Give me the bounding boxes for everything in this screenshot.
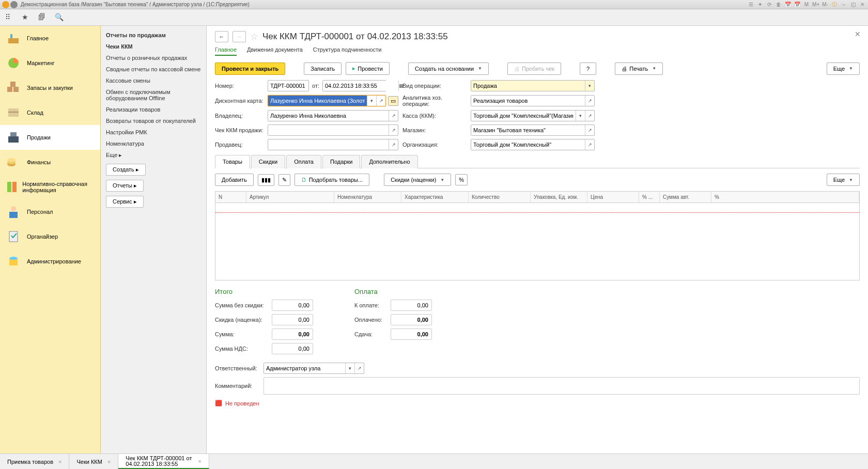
subnav-item[interactable]: Реализации товаров [106,106,201,113]
subnav-create-button[interactable]: Создать ▸ [106,164,146,176]
star-icon[interactable]: ★ [22,13,31,22]
open-icon[interactable]: ↗ [389,111,398,121]
help-button[interactable]: ? [580,62,596,75]
op-field[interactable] [471,81,585,91]
open-icon[interactable]: ↗ [389,139,398,150]
col-pct2[interactable]: % [711,192,859,202]
favorite-icon[interactable]: ☆ [250,31,258,42]
dropdown-icon[interactable]: ▾ [585,81,594,91]
post-close-button[interactable]: Провести и закрыть [215,62,285,75]
nav-reference[interactable]: Нормативно-справочная информация [0,175,100,199]
resp-field[interactable] [264,363,345,373]
nav-finance[interactable]: Финансы [0,150,100,175]
open-icon[interactable]: ↗ [585,111,594,121]
close-icon[interactable]: × [58,459,61,465]
print-button[interactable]: 🖨Печать▼ [615,62,663,75]
shop-field[interactable] [471,125,585,135]
tool-icon[interactable]: M [803,1,810,8]
info-icon[interactable]: ⓘ [831,1,838,8]
save-button[interactable]: Записать [304,62,342,75]
tool-icon[interactable]: M+ [812,1,819,8]
nav-warehouse[interactable]: Склад [0,100,100,125]
subnav-item[interactable]: Чеки ККМ [106,43,201,50]
subnav-item[interactable]: Номенклатура [106,140,201,147]
percent-icon[interactable]: % [455,174,468,185]
number-field[interactable] [268,80,309,91]
more-button[interactable]: Еще▼ [827,62,860,75]
tab-main[interactable]: Главное [215,46,237,56]
punch-button[interactable]: 🖨Пробить чек [507,62,561,75]
open-icon[interactable]: ↗ [376,96,385,106]
post-button[interactable]: ▸Провести [346,62,390,75]
nav-personnel[interactable]: Персонал [0,199,100,224]
table-more-button[interactable]: Еще▼ [827,174,860,186]
clipboard-icon[interactable]: 🗐 [38,13,48,22]
dropdown-icon[interactable] [10,1,18,8]
col-price[interactable]: Цена [587,192,639,202]
back-button[interactable]: ← [215,31,228,42]
nav-main[interactable]: Главное [0,26,100,51]
tab-movements[interactable]: Движения документа [247,46,303,56]
tab-gifts[interactable]: Подарки [322,155,360,168]
subnav-item[interactable]: Кассовые смены [106,77,201,84]
apps-icon[interactable]: ⠿ [5,13,14,22]
subnav-item[interactable]: Обмен с подключаемым оборудованием Offli… [106,89,201,101]
forward-button[interactable]: → [233,31,246,42]
pick-goods-button[interactable]: 🗋Подобрать товары... [295,174,370,186]
dropdown-icon[interactable]: ▾ [367,96,376,106]
tool-icon[interactable]: ☰ [747,1,754,8]
salecheck-field[interactable] [268,125,389,135]
open-icon[interactable]: ↗ [585,125,594,135]
topay-value[interactable]: 0,00 [391,300,432,311]
col-qty[interactable]: Количество [469,192,531,202]
tab-extra[interactable]: Дополнительно [361,155,417,168]
card-icon[interactable]: ▭ [388,96,398,106]
tool-icon[interactable]: 🗑 [775,1,782,8]
tool-icon[interactable]: 📅 [784,1,792,8]
bottom-tab[interactable]: Чеки ККМ× [69,454,118,469]
search-icon[interactable]: 🔍 [55,13,64,22]
nav-sales[interactable]: Продажи [0,125,100,150]
tool-icon[interactable]: 📅 [794,1,801,8]
open-icon[interactable]: ↗ [585,96,594,106]
kassa-field[interactable] [471,111,576,121]
tab-structure[interactable]: Структура подчиненности [313,46,382,56]
col-n[interactable]: N [215,192,246,202]
barcode-icon[interactable]: ▮▮▮ [258,174,274,186]
owner-field[interactable] [268,111,389,121]
close-icon[interactable]: × [198,458,201,464]
add-button[interactable]: Добавить [215,174,254,186]
discounts-button[interactable]: Скидки (наценки)▼ [384,174,451,186]
col-nomenclature[interactable]: Номенклатура [334,192,401,202]
bottom-tab[interactable]: Чек ККМ ТДРТ-000001 от 04.02.2013 18:33:… [118,454,209,469]
tab-payment[interactable]: Оплата [286,155,321,168]
open-icon[interactable]: ↗ [389,125,398,135]
seller-field[interactable] [268,139,389,150]
tool-icon[interactable]: ⟳ [766,1,773,8]
dropdown-icon[interactable]: ▾ [345,363,354,373]
col-sumauto[interactable]: Сумма авт. [660,192,711,202]
maximize-icon[interactable]: ◱ [849,1,857,8]
close-icon[interactable]: ✕ [855,30,861,38]
nav-admin[interactable]: Администрирование [0,249,100,274]
open-icon[interactable]: ↗ [354,363,364,373]
tool-icon[interactable]: ✦ [756,1,764,8]
dropdown-icon[interactable]: ▾ [576,111,585,121]
sum-no-disc-value[interactable]: 0,00 [272,300,313,311]
tab-goods[interactable]: Товары [215,155,250,168]
analytics-field[interactable] [471,96,585,106]
bottom-tab[interactable]: Приемка товаров× [0,454,69,469]
col-characteristic[interactable]: Характеристика [401,192,469,202]
open-icon[interactable]: ↗ [585,139,594,150]
tab-discounts[interactable]: Скидки [251,155,285,168]
close-icon[interactable]: ✕ [859,1,866,8]
create-base-button[interactable]: Создать на основании▼ [408,62,489,75]
subnav-item[interactable]: Возвраты товаров от покупателей [106,118,201,124]
subnav-item[interactable]: Отчеты о розничных продажах [106,55,201,61]
comment-field[interactable] [264,377,860,395]
col-unit[interactable]: Упаковка, Ед. изм. [531,192,587,202]
subnav-more[interactable]: Еще ▸ [106,152,201,159]
tool-icon[interactable]: M- [822,1,829,8]
edit-icon[interactable]: ✎ [278,174,290,186]
paid-value[interactable]: 0,00 [391,314,432,325]
